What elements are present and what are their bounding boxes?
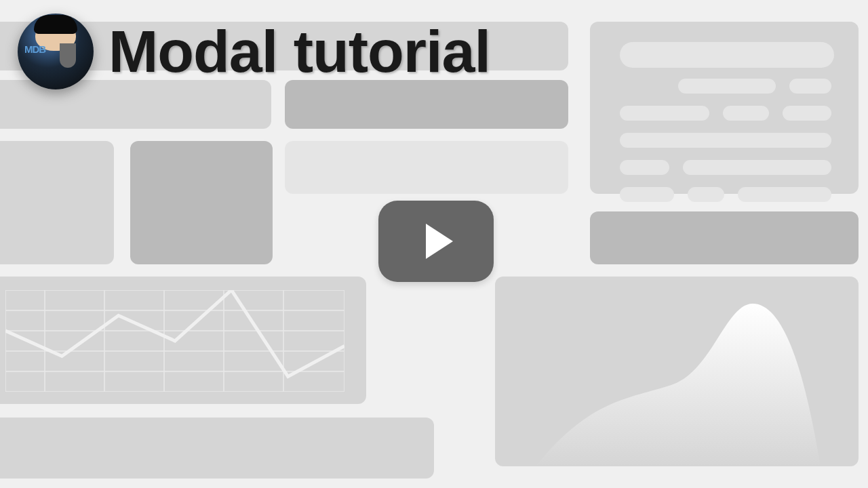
- skeleton-line: [620, 42, 834, 68]
- page-header: MDB Modal tutorial: [18, 14, 490, 89]
- skeleton-line: [738, 187, 831, 202]
- skeleton-line: [620, 133, 831, 148]
- placeholder-card-light-mid: [285, 141, 568, 194]
- skeleton-line: [723, 106, 769, 121]
- text-skeleton-lines: [617, 39, 834, 211]
- skeleton-line: [789, 79, 831, 94]
- placeholder-card-small-dark: [130, 141, 273, 264]
- curve-chart-icon: [495, 277, 859, 466]
- placeholder-card-bottom: [0, 418, 434, 479]
- skeleton-line: [620, 187, 674, 202]
- placeholder-card-small-left: [0, 141, 114, 264]
- skeleton-line: [683, 160, 831, 175]
- play-button[interactable]: [378, 201, 494, 282]
- page-title: Modal tutorial: [108, 17, 490, 86]
- skeleton-line: [620, 160, 669, 175]
- line-chart-icon: [5, 290, 344, 392]
- play-icon: [426, 224, 453, 259]
- avatar: MDB: [18, 14, 94, 89]
- skeleton-line: [678, 79, 776, 94]
- skeleton-line: [688, 187, 724, 202]
- avatar-badge-text: MDB: [24, 43, 45, 55]
- skeleton-line: [783, 106, 831, 121]
- skeleton-line: [620, 106, 709, 121]
- placeholder-card-right-dark: [590, 211, 859, 264]
